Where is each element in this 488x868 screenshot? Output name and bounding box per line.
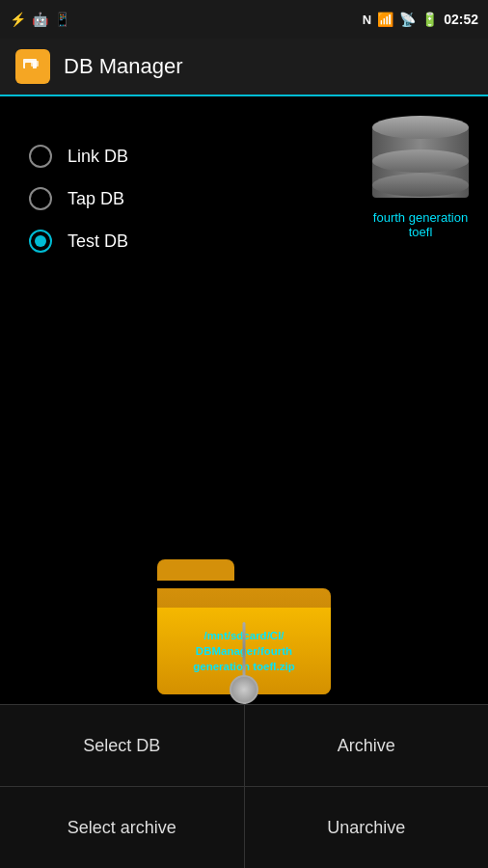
db-visual: fourth generation toefl	[372, 116, 469, 239]
main-content: fourth generation toefl Link DB Tap DB T…	[0, 96, 488, 704]
zip-pull	[230, 675, 258, 704]
svg-rect-2	[31, 61, 39, 67]
android-icon: 🤖	[32, 12, 48, 27]
phone-icon: 📱	[54, 12, 70, 27]
button-row-bottom: Select archive Unarchive	[0, 786, 488, 868]
radio-label-link-db: Link DB	[68, 147, 128, 167]
status-icons: ⚡ 🤖 📱	[10, 12, 70, 27]
unarchive-button[interactable]: Unarchive	[245, 787, 489, 868]
app-title: DB Manager	[64, 54, 183, 79]
usb-icon: ⚡	[10, 12, 26, 27]
bottom-buttons: Select DB Archive Select archive Unarchi…	[0, 704, 488, 868]
radio-label-tap-db: Tap DB	[68, 189, 124, 209]
archive-button[interactable]: Archive	[245, 705, 489, 786]
select-db-button[interactable]: Select DB	[0, 705, 245, 786]
select-archive-button[interactable]: Select archive	[0, 787, 245, 868]
button-row-top: Select DB Archive	[0, 704, 488, 786]
folder-tab	[157, 559, 234, 581]
radio-circle-link-db	[29, 145, 52, 168]
folder-zip-area: /mnt/sdcard/CI/ DBManager/fourth generat…	[157, 559, 331, 694]
radio-circle-test-db	[29, 230, 52, 253]
battery-icon: 🔋	[421, 12, 438, 27]
status-bar: ⚡ 🤖 📱 N 📶 📡 🔋 02:52	[0, 0, 488, 39]
radio-inner-test-db	[35, 235, 46, 247]
clock: 02:52	[444, 12, 478, 27]
app-bar: DB Manager	[0, 39, 488, 96]
status-right: N 📶 📡 🔋 02:52	[363, 12, 478, 27]
wifi-icon: 📶	[377, 12, 393, 27]
radio-label-test-db: Test DB	[68, 231, 128, 252]
app-logo	[15, 49, 50, 84]
radio-circle-tap-db	[29, 187, 52, 210]
db-cylinder-icon	[372, 116, 469, 203]
folder-zip-icon: /mnt/sdcard/CI/ DBManager/fourth generat…	[157, 559, 331, 694]
signal-icon: 📡	[399, 12, 416, 27]
nfc-icon: N	[363, 13, 371, 27]
zip-line	[243, 622, 246, 680]
db-label: fourth generation toefl	[373, 210, 468, 239]
